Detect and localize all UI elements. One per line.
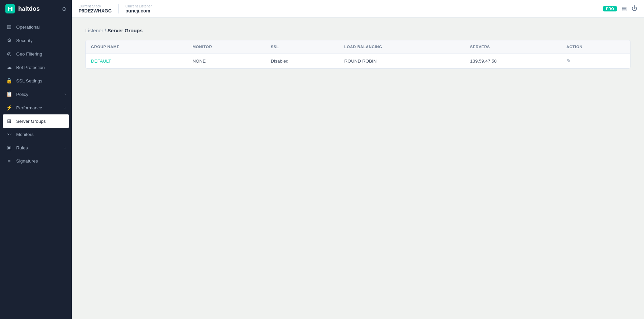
- current-stack-value: P9DE2WHXGC: [79, 8, 112, 13]
- edit-button[interactable]: ✎: [566, 58, 571, 64]
- monitors-icon: 〰: [6, 132, 12, 137]
- sidebar-item-policy[interactable]: 📋Policy›: [0, 87, 72, 101]
- pro-badge: PRO: [603, 6, 617, 11]
- sidebar-item-label-policy: Policy: [16, 92, 28, 97]
- breadcrumb-current: Server Groups: [108, 28, 143, 33]
- topbar-listener: Current Listener puneji.com: [125, 4, 152, 13]
- sidebar-item-geo-filtering[interactable]: ◎Geo Filtering: [0, 47, 72, 61]
- current-listener-label: Current Listener: [125, 4, 152, 8]
- table-row: DEFAULTNONEDisabledROUND ROBIN139.59.47.…: [86, 54, 630, 69]
- topbar-stack: Current Stack P9DE2WHXGC: [79, 4, 119, 13]
- topbar-actions: PRO ▤ ⏻: [603, 5, 637, 12]
- cell-monitor: NONE: [187, 54, 265, 69]
- sidebar-logo: haltdos ⊙: [0, 0, 72, 17]
- sidebar-item-label-monitors: Monitors: [16, 132, 34, 137]
- ssl-settings-icon: 🔒: [6, 78, 12, 84]
- logo-text: haltdos: [18, 5, 40, 12]
- sidebar-item-label-ssl-settings: SSL Settings: [16, 78, 42, 83]
- chevron-right-icon: ›: [64, 92, 66, 96]
- chevron-right-icon: ›: [64, 146, 66, 150]
- topbar: Current Stack P9DE2WHXGC Current Listene…: [72, 0, 644, 17]
- sidebar: haltdos ⊙ ▤Operational⚙Security◎Geo Filt…: [0, 0, 72, 319]
- current-stack-label: Current Stack: [79, 4, 112, 8]
- sidebar-item-label-bot-protection: Bot Protection: [16, 65, 45, 70]
- sidebar-item-server-groups[interactable]: ⊞Server Groups: [3, 114, 69, 128]
- cell-ssl: Disabled: [266, 54, 339, 69]
- server-groups-table-card: GROUP NAME MONITOR SSL LOAD BALANCING SE…: [85, 40, 631, 69]
- haltdos-logo-icon: [5, 4, 15, 13]
- breadcrumb-separator: /: [105, 28, 108, 33]
- sidebar-item-rules[interactable]: ▣Rules›: [0, 141, 72, 154]
- cell-action: ✎: [561, 54, 630, 69]
- bot-protection-icon: ☁: [6, 64, 12, 70]
- operational-icon: ▤: [6, 24, 12, 30]
- table-body: DEFAULTNONEDisabledROUND ROBIN139.59.47.…: [86, 54, 630, 69]
- sidebar-item-label-geo-filtering: Geo Filtering: [16, 51, 42, 57]
- col-load-balancing: LOAD BALANCING: [339, 40, 465, 54]
- breadcrumb-parent: Listener: [85, 28, 103, 33]
- current-listener-value: puneji.com: [125, 8, 152, 13]
- sidebar-item-label-signatures: Signatures: [16, 158, 38, 164]
- cell-load-balancing: ROUND ROBIN: [339, 54, 465, 69]
- sidebar-item-label-server-groups: Server Groups: [16, 119, 46, 124]
- signatures-icon: ≡: [6, 158, 12, 164]
- sidebar-item-performance[interactable]: ⚡Performance›: [0, 101, 72, 114]
- sidebar-item-ssl-settings[interactable]: 🔒SSL Settings: [0, 74, 72, 87]
- cell-servers: 139.59.47.58: [465, 54, 561, 69]
- power-icon[interactable]: ⏻: [632, 5, 637, 12]
- breadcrumb: Listener / Server Groups: [85, 28, 631, 33]
- chevron-right-icon: ›: [64, 106, 66, 110]
- sidebar-item-signatures[interactable]: ≡Signatures: [0, 154, 72, 168]
- sidebar-item-monitors[interactable]: 〰Monitors: [0, 128, 72, 141]
- col-servers: SERVERS: [465, 40, 561, 54]
- sidebar-item-label-security: Security: [16, 38, 33, 43]
- settings-icon[interactable]: ⊙: [62, 6, 66, 12]
- security-icon: ⚙: [6, 37, 12, 43]
- rules-icon: ▣: [6, 145, 12, 151]
- sidebar-item-bot-protection[interactable]: ☁Bot Protection: [0, 61, 72, 74]
- table-header-row: GROUP NAME MONITOR SSL LOAD BALANCING SE…: [86, 40, 630, 54]
- col-monitor: MONITOR: [187, 40, 265, 54]
- sidebar-item-security[interactable]: ⚙Security: [0, 34, 72, 47]
- sidebar-item-label-operational: Operational: [16, 25, 40, 30]
- sidebar-nav: ▤Operational⚙Security◎Geo Filtering☁Bot …: [0, 17, 72, 319]
- server-groups-icon: ⊞: [6, 118, 12, 124]
- policy-icon: 📋: [6, 91, 12, 97]
- sidebar-item-label-rules: Rules: [16, 145, 28, 150]
- content-area: Listener / Server Groups GROUP NAME MONI…: [72, 17, 644, 319]
- performance-icon: ⚡: [6, 105, 12, 111]
- col-ssl: SSL: [266, 40, 339, 54]
- cell-group-name[interactable]: DEFAULT: [86, 54, 187, 69]
- col-group-name: GROUP NAME: [86, 40, 187, 54]
- sidebar-item-label-performance: Performance: [16, 105, 42, 110]
- notifications-icon[interactable]: ▤: [621, 5, 627, 12]
- server-groups-table: GROUP NAME MONITOR SSL LOAD BALANCING SE…: [86, 40, 630, 68]
- sidebar-item-operational[interactable]: ▤Operational: [0, 20, 72, 34]
- main-content: Current Stack P9DE2WHXGC Current Listene…: [72, 0, 644, 319]
- geo-filtering-icon: ◎: [6, 51, 12, 57]
- col-action: ACTION: [561, 40, 630, 54]
